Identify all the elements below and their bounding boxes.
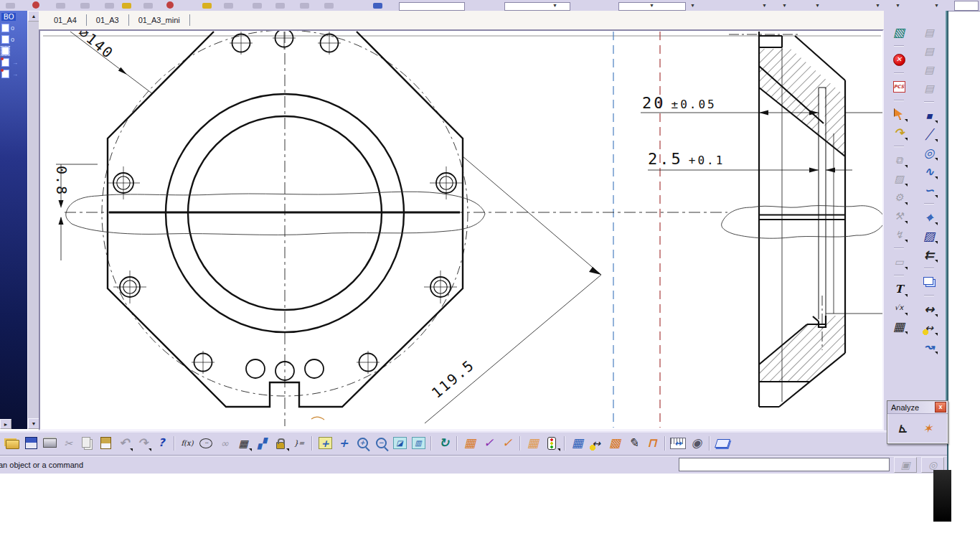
- dropdown-caret-icon[interactable]: [130, 448, 133, 451]
- doc-window-button[interactable]: ▣: [894, 457, 917, 473]
- new-view-icon[interactable]: ⧉: [890, 151, 908, 169]
- tree-scrollbar[interactable]: ▲ ▼: [27, 11, 39, 429]
- dropdown-caret-icon[interactable]: [905, 331, 908, 334]
- sheet-views-icon[interactable]: ▧: [890, 24, 908, 41]
- tree-item[interactable]: →: [0, 68, 27, 80]
- dropdown-caret-icon[interactable]: [905, 202, 908, 205]
- tree-item[interactable]: o: [0, 22, 27, 34]
- open-icon[interactable]: [3, 435, 22, 452]
- dropdown-caret-icon[interactable]: [935, 139, 938, 142]
- dropdown-caret-icon[interactable]: [935, 195, 938, 198]
- dimension-system-icon[interactable]: ▦: [524, 435, 542, 452]
- publish4-icon[interactable]: ▤: [920, 80, 938, 97]
- link-icon[interactable]: ∞: [215, 435, 234, 452]
- update-icon[interactable]: ↻: [435, 435, 453, 452]
- flange-outline[interactable]: [108, 32, 463, 407]
- dim140-text[interactable]: ⌀140: [75, 31, 117, 62]
- drawing-viewport[interactable]: ⌀140 0.8 20±0.05: [39, 29, 884, 430]
- front-view[interactable]: [65, 31, 727, 426]
- dropdown-caret-icon[interactable]: [905, 313, 908, 316]
- comment-icon[interactable]: ···: [197, 435, 215, 452]
- dropdown-caret-icon[interactable]: [557, 448, 560, 451]
- tree-hscroll-arrow[interactable]: ►: [0, 419, 11, 429]
- line-icon[interactable]: ╱: [920, 126, 938, 143]
- chevron-down-icon[interactable]: ▼: [875, 3, 880, 8]
- equation-icon[interactable]: √x: [890, 299, 908, 316]
- dropdown-caret-icon[interactable]: [905, 119, 908, 122]
- expand-arrow-icon[interactable]: →: [12, 60, 18, 66]
- publish2-icon[interactable]: ▤: [920, 42, 938, 60]
- datum-dimension-icon[interactable]: ↔: [920, 319, 938, 336]
- delete-icon[interactable]: ✕: [890, 51, 908, 68]
- chevron-down-icon[interactable]: ▼: [782, 3, 787, 8]
- grid-icon[interactable]: ▦: [461, 435, 479, 452]
- dropdown-caret-icon[interactable]: [935, 176, 938, 179]
- analyze-palette-titlebar[interactable]: Analyze x: [887, 401, 948, 414]
- dropdown-caret-icon[interactable]: [935, 260, 938, 263]
- arrows-icon[interactable]: ⇇: [920, 246, 938, 263]
- undo-icon[interactable]: ↶: [115, 435, 133, 452]
- dim1195-text[interactable]: 119.5: [428, 356, 478, 402]
- chevron-down-icon[interactable]: ▼: [649, 3, 654, 8]
- dropdown-caret-icon[interactable]: [935, 352, 938, 354]
- table-icon[interactable]: ▦: [234, 435, 253, 452]
- sketch-tools-icon[interactable]: ✎: [624, 435, 643, 452]
- chevron-down-icon[interactable]: ▼: [815, 3, 820, 8]
- measure-item-icon[interactable]: ⊾: [891, 418, 914, 439]
- circle-icon[interactable]: ◎: [920, 144, 938, 161]
- dropdown-caret-icon[interactable]: [935, 314, 938, 317]
- section-view-icon[interactable]: ▨: [890, 170, 908, 187]
- equivalent-dims-icon[interactable]: }=: [290, 435, 308, 452]
- tree-item[interactable]: BO: [0, 11, 27, 22]
- paste-icon[interactable]: [96, 435, 115, 452]
- scroll-up-icon[interactable]: ▲: [28, 11, 39, 22]
- command-input[interactable]: [679, 458, 890, 471]
- dimension-analysis-icon[interactable]: ✶: [916, 418, 939, 439]
- chevron-down-icon[interactable]: ▼: [895, 3, 900, 8]
- formula-icon[interactable]: f(x): [178, 435, 197, 452]
- chevron-down-icon[interactable]: ▼: [690, 3, 695, 8]
- curve-icon[interactable]: ∽: [920, 182, 938, 199]
- chain-dimension-icon[interactable]: ↔: [920, 301, 938, 318]
- snap-to-point-icon[interactable]: ✓: [479, 435, 498, 452]
- fit-all-in-icon[interactable]: +: [316, 435, 334, 452]
- sheet-tab-01-a3[interactable]: 01_A3: [87, 14, 129, 26]
- normal-view-icon[interactable]: ◪: [390, 435, 409, 452]
- zoom-combo[interactable]: [954, 1, 979, 11]
- dim25-text[interactable]: 2.5+0.1: [648, 150, 725, 168]
- dropdown-caret-icon[interactable]: [149, 448, 151, 451]
- copy-icon[interactable]: [77, 435, 96, 452]
- design-table-icon[interactable]: ▞: [253, 435, 271, 452]
- dropdown-caret-icon[interactable]: [286, 448, 289, 451]
- create-views-icon[interactable]: ▥: [409, 435, 428, 452]
- save-icon[interactable]: [22, 435, 40, 452]
- tree-item[interactable]: →: [0, 57, 27, 68]
- pcs-icon[interactable]: PCS: [890, 78, 908, 95]
- chevron-down-icon[interactable]: ▼: [762, 3, 767, 8]
- drawing-canvas[interactable]: ⌀140 0.8 20±0.05: [40, 31, 882, 429]
- style-combo[interactable]: [399, 2, 465, 11]
- analyze-palette[interactable]: Analyze x ⊾ ✶: [887, 400, 948, 444]
- dim08-text[interactable]: 0.8: [53, 166, 70, 196]
- constraint-icon[interactable]: ⊓: [643, 435, 661, 452]
- clipping-view-icon[interactable]: ⚒: [890, 207, 908, 225]
- dropdown-caret-icon[interactable]: [905, 165, 908, 168]
- publish-icon[interactable]: ▤: [920, 24, 938, 41]
- zoom-out-icon[interactable]: −: [372, 435, 390, 452]
- print-icon[interactable]: [40, 435, 59, 452]
- tree-item[interactable]: [0, 45, 27, 57]
- dropdown-caret-icon[interactable]: [935, 222, 938, 225]
- text-icon[interactable]: T: [890, 281, 908, 298]
- spline-icon[interactable]: ∿: [920, 163, 938, 180]
- cut-icon[interactable]: ✂: [59, 435, 77, 452]
- target-icon[interactable]: ⌖: [920, 209, 938, 226]
- tree-item[interactable]: o: [0, 34, 27, 45]
- dropdown-caret-icon[interactable]: [905, 221, 908, 224]
- dimension-gold-icon[interactable]: ↔: [587, 435, 606, 452]
- font-combo[interactable]: [504, 2, 570, 11]
- select-cursor-icon[interactable]: [890, 105, 908, 123]
- detail-view-icon[interactable]: ⚙: [890, 189, 908, 206]
- scroll-down-icon[interactable]: ▼: [28, 418, 39, 429]
- publish3-icon[interactable]: ▤: [920, 61, 938, 78]
- sheets-blue-icon[interactable]: [920, 273, 938, 291]
